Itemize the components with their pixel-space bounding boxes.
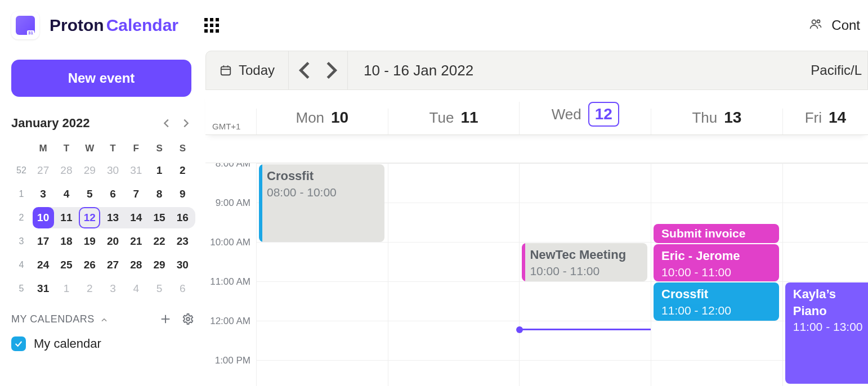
prev-week-button[interactable] [292,57,318,83]
next-week-button[interactable] [318,57,344,83]
contacts-icon[interactable] [809,17,822,33]
event-kayla-piano[interactable]: Kayla’s Piano 11:00 - 13:00 [785,282,868,384]
time-grid: 8:00 AM9:00 AM10:00 AM11:00 AM12:00 AM1:… [205,163,868,386]
day-col-wed[interactable]: NewTec Meeting 10:00 - 11:00 [519,163,651,386]
mini-day[interactable]: 13 [101,207,124,228]
event-submit-invoice[interactable]: Submit invoice [654,224,779,243]
mini-day[interactable]: 4 [124,278,147,299]
mini-day[interactable]: 26 [78,254,101,276]
allday-row [205,135,868,163]
svg-rect-5 [221,67,231,75]
date-range: 10 - 16 Jan 2022 [348,62,800,79]
tz-offset: GMT+1 [205,122,256,134]
mini-day[interactable]: 27 [32,160,55,181]
time-label: 10:00 AM [205,237,256,276]
mini-day[interactable]: 29 [78,160,101,181]
mini-day[interactable]: 5 [147,278,171,299]
mini-day[interactable]: 31 [32,278,55,299]
brand-name-1: Proton [50,16,104,35]
day-col-fri[interactable]: Kayla’s Piano 11:00 - 13:00 [782,163,868,386]
time-label: 9:00 AM [205,198,256,237]
add-calendar-button[interactable] [159,313,172,325]
mini-day[interactable]: 24 [32,254,55,276]
mini-day[interactable]: 2 [171,160,194,181]
mini-day[interactable]: 28 [55,160,78,181]
mini-day[interactable]: 3 [32,183,55,205]
day-head-wed[interactable]: Wed 12 [519,102,651,134]
mini-day[interactable]: 28 [124,254,147,276]
mini-day[interactable]: 30 [101,160,124,181]
sidebar: New event January 2022 MTWTFSS5227282930… [0,51,205,386]
event-eric-jerome[interactable]: Eric - Jerome 10:00 - 11:00 [654,244,779,281]
mini-day[interactable]: 30 [171,254,194,276]
time-label: 8:00 AM [205,163,256,198]
mini-day[interactable]: 9 [171,183,194,205]
time-label: 12:00 AM [205,316,256,355]
event-crossfit-mon[interactable]: Crossfit 08:00 - 10:00 [259,164,384,242]
svg-point-0 [812,20,816,24]
time-gutter: 8:00 AM9:00 AM10:00 AM11:00 AM12:00 AM1:… [205,163,256,386]
mini-day[interactable]: 8 [147,183,171,205]
mini-day[interactable]: 18 [55,231,78,252]
mini-day[interactable]: 12 [78,207,101,228]
day-col-thu[interactable]: Submit invoice Eric - Jerome 10:00 - 11:… [651,163,782,386]
toolbar: Today 10 - 16 Jan 2022 Pacific/L [205,51,868,90]
mini-day[interactable]: 29 [147,254,171,276]
day-head-tue[interactable]: Tue 11 [388,109,520,134]
brand-name-2: Calendar [106,16,178,35]
mini-day[interactable]: 21 [124,231,147,252]
day-col-mon[interactable]: Crossfit 08:00 - 10:00 [256,163,388,386]
mini-day[interactable]: 2 [78,278,101,299]
caret-up-icon [100,315,108,323]
mini-day[interactable]: 16 [171,207,194,228]
calendar-item[interactable]: My calendar [11,336,194,351]
mini-day[interactable]: 15 [147,207,171,228]
mini-day[interactable]: 1 [55,278,78,299]
main: Today 10 - 16 Jan 2022 Pacific/L GMT+1 M… [205,51,868,386]
week-header: GMT+1 Mon 10 Tue 11 Wed 12 Thu 13 [205,90,868,135]
calendar-settings-button[interactable] [182,313,194,325]
mini-next-month[interactable] [180,117,192,129]
timezone-short[interactable]: Pacific/L [800,62,867,78]
calendar-label: My calendar [34,336,101,351]
mini-day[interactable]: 17 [32,231,55,252]
calendar-checkbox[interactable] [11,336,26,351]
contacts-label[interactable]: Cont [831,17,860,33]
mini-day[interactable]: 23 [171,231,194,252]
day-head-thu[interactable]: Thu 13 [651,109,782,134]
mini-day[interactable]: 22 [147,231,171,252]
new-event-button[interactable]: New event [11,60,191,97]
event-newtec[interactable]: NewTec Meeting 10:00 - 11:00 [522,243,647,281]
mini-day[interactable]: 14 [124,207,147,228]
svg-point-4 [186,317,190,321]
calendar-icon [220,64,232,77]
mini-day[interactable]: 19 [78,231,101,252]
mini-day[interactable]: 27 [101,254,124,276]
mini-day[interactable]: 5 [78,183,101,205]
now-indicator [520,329,651,330]
brand-icon: 31 [11,11,39,39]
mini-day[interactable]: 1 [147,160,171,181]
mini-day[interactable]: 20 [101,231,124,252]
mini-prev-month[interactable] [160,117,173,129]
day-head-fri[interactable]: Fri 14 [782,109,868,134]
day-col-tue[interactable] [388,163,520,386]
mini-day[interactable]: 6 [101,183,124,205]
mini-calendar: MTWTFSS522728293031121345678921011121314… [11,138,194,300]
day-head-mon[interactable]: Mon 10 [256,109,388,134]
brand[interactable]: 31 Proton Calendar [11,11,178,39]
mini-day[interactable]: 31 [124,160,147,181]
mini-day[interactable]: 25 [55,254,78,276]
svg-point-1 [817,20,820,23]
mini-day[interactable]: 4 [55,183,78,205]
mini-day[interactable]: 6 [171,278,194,299]
mini-month-title: January 2022 [11,116,90,131]
event-crossfit-thu[interactable]: Crossfit 11:00 - 12:00 [654,282,779,321]
apps-grid-icon[interactable] [204,18,219,33]
mini-day[interactable]: 10 [32,207,55,228]
mini-day[interactable]: 11 [55,207,78,228]
my-calendars-toggle[interactable]: MY CALENDARS [11,313,108,325]
mini-day[interactable]: 7 [124,183,147,205]
mini-day[interactable]: 3 [101,278,124,299]
today-button[interactable]: Today [206,51,289,89]
